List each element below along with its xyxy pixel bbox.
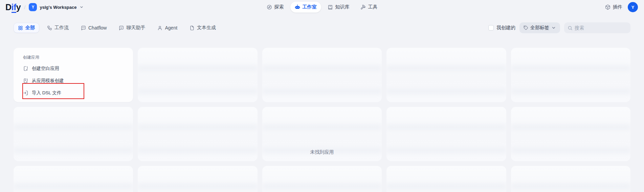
tab-label: 聊天助手 xyxy=(126,25,145,31)
main-nav: 探索 工作室 知识库 工具 xyxy=(262,2,382,13)
create-from-template-button[interactable]: 从应用模板创建 xyxy=(23,75,128,87)
tab-all[interactable]: 全部 xyxy=(14,23,39,33)
nav-item-label: 工作室 xyxy=(303,4,317,10)
nav-item-knowledge[interactable]: 知识库 xyxy=(323,2,354,13)
toolbar: 全部 工作流 Chatflow 聊天助手 Agent xyxy=(0,22,644,33)
my-created-label: 我创建的 xyxy=(496,25,515,31)
logo-part-y: y xyxy=(16,2,21,12)
nav-item-label: 探索 xyxy=(274,4,284,10)
tab-workflow[interactable]: 工作流 xyxy=(43,23,73,33)
import-icon xyxy=(23,90,28,96)
text-generation-icon xyxy=(190,25,195,31)
chevron-down-icon xyxy=(80,5,84,9)
search-input[interactable] xyxy=(575,25,627,31)
robot-icon xyxy=(295,4,300,10)
tools-icon xyxy=(360,4,366,10)
header-left: Dify / Y yslg's Workspace xyxy=(5,2,84,12)
tab-chat-assistant[interactable]: 聊天助手 xyxy=(114,23,150,33)
template-icon xyxy=(23,78,28,83)
empty-state-text: 未找到应用 xyxy=(0,149,644,155)
app-card-placeholder xyxy=(138,166,257,192)
search-box[interactable] xyxy=(564,22,630,33)
search-icon xyxy=(568,25,573,31)
logo-part-if: if xyxy=(12,2,16,13)
create-item-label: 从应用模板创建 xyxy=(32,78,64,84)
workflow-icon xyxy=(47,25,52,31)
chevron-down-icon xyxy=(551,25,556,30)
app-card-placeholder xyxy=(386,48,506,102)
workspace-name: yslg's Workspace xyxy=(40,5,76,10)
nav-item-label: 工具 xyxy=(368,4,378,10)
user-avatar[interactable]: Y xyxy=(628,2,638,12)
tag-filter-label: 全部标签 xyxy=(530,25,549,31)
plugins-button[interactable]: 插件 xyxy=(605,4,622,10)
nav-item-label: 知识库 xyxy=(335,4,350,10)
app-card-placeholder xyxy=(386,166,506,192)
app-card-placeholder xyxy=(262,48,382,102)
app-card-placeholder xyxy=(511,166,630,192)
tab-agent[interactable]: Agent xyxy=(153,23,182,33)
logo-part-d: D xyxy=(5,2,12,12)
nav-item-tools[interactable]: 工具 xyxy=(356,2,382,13)
create-app-card: 创建应用 创建空白应用 从应用模板创建 导入 DSL 文件 xyxy=(14,48,133,102)
create-item-label: 创建空白应用 xyxy=(32,65,59,72)
app-card-placeholder xyxy=(138,48,257,102)
tab-label: Chatflow xyxy=(88,25,107,31)
filters: 我创建的 全部标签 xyxy=(488,22,630,33)
grid-icon xyxy=(18,25,23,31)
book-icon xyxy=(328,4,333,10)
create-app-title: 创建应用 xyxy=(23,55,128,60)
nav-item-explore[interactable]: 探索 xyxy=(262,2,288,13)
compass-icon xyxy=(267,4,272,10)
tab-label: 文本生成 xyxy=(197,25,216,31)
plugins-label: 插件 xyxy=(613,4,622,10)
header-right: 插件 Y xyxy=(605,2,638,12)
package-icon xyxy=(605,4,610,10)
create-item-label: 导入 DSL 文件 xyxy=(32,90,61,96)
tag-icon xyxy=(524,25,528,30)
file-plus-icon xyxy=(23,66,28,71)
import-dsl-button[interactable]: 导入 DSL 文件 xyxy=(23,87,128,99)
workspace-selector[interactable]: Y yslg's Workspace xyxy=(29,3,83,11)
app-card-placeholder xyxy=(511,48,630,102)
app-card-placeholder xyxy=(262,166,382,192)
tab-text-generation[interactable]: 文本生成 xyxy=(185,23,220,33)
tab-chatflow[interactable]: Chatflow xyxy=(76,23,111,33)
chat-bubble-icon xyxy=(81,25,86,31)
tab-label: 工作流 xyxy=(54,25,69,31)
tab-label: 全部 xyxy=(25,25,35,31)
app-grid: 创建应用 创建空白应用 从应用模板创建 导入 DSL 文件 xyxy=(0,48,644,192)
top-header: Dify / Y yslg's Workspace 探索 工作室 xyxy=(0,0,644,14)
dify-logo[interactable]: Dify xyxy=(5,2,21,12)
breadcrumb-separator: / xyxy=(24,4,25,10)
my-created-checkbox[interactable] xyxy=(488,25,494,31)
app-card-placeholder xyxy=(14,166,133,192)
chat-assistant-icon xyxy=(119,25,124,31)
create-blank-app-button[interactable]: 创建空白应用 xyxy=(23,62,128,75)
tag-filter-dropdown[interactable]: 全部标签 xyxy=(519,22,560,33)
my-created-filter[interactable]: 我创建的 xyxy=(488,25,515,31)
agent-icon xyxy=(157,25,162,31)
workspace-avatar: Y xyxy=(29,3,37,11)
app-type-tabs: 全部 工作流 Chatflow 聊天助手 Agent xyxy=(14,23,220,33)
nav-item-studio[interactable]: 工作室 xyxy=(290,2,321,13)
tab-label: Agent xyxy=(165,25,177,31)
